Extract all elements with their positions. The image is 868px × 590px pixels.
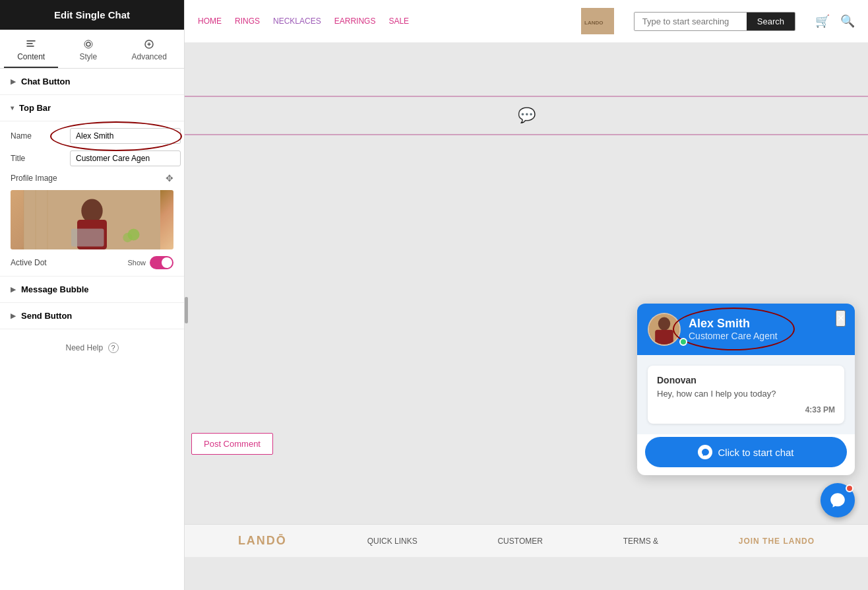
send-button-label: Send Button (21, 311, 72, 321)
nav-necklaces[interactable]: NECKLACES (273, 16, 321, 26)
chat-message-bubble: Donovan Hey, how can I help you today? 4… (648, 366, 844, 424)
footer-terms: TERMS & (623, 537, 658, 546)
profile-image-container[interactable] (11, 190, 173, 249)
svg-point-3 (81, 199, 102, 223)
logo-image: LANDO (581, 8, 614, 34)
title-input[interactable] (70, 150, 181, 166)
tab-advanced[interactable]: Advanced (118, 35, 179, 68)
site-footer: LANDŌ QUICK LINKS CUSTOMER TERMS & JOIN … (185, 524, 868, 557)
chat-widget: Alex Smith Customer Care Agent × Donovan… (637, 304, 855, 517)
message-sender: Donovan (657, 375, 835, 385)
content-icon (26, 39, 36, 49)
pink-border-area: 💬 (185, 96, 868, 135)
profile-image-row: Profile Image ✥ (11, 173, 173, 183)
panel-header: Edit Single Chat (0, 0, 184, 30)
top-bar-arrow: ▾ (11, 104, 14, 112)
chat-button-header[interactable]: ▶ Chat Button (0, 69, 184, 95)
chat-header: Alex Smith Customer Care Agent × (637, 304, 855, 355)
send-button-arrow: ▶ (11, 312, 16, 319)
center-chat-icon: 💬 (518, 107, 536, 124)
top-bar-content: Name Title Profile Image (0, 121, 184, 277)
style-icon (83, 39, 94, 49)
search-input[interactable] (635, 13, 747, 30)
footer-quick-links: QUICK LINKS (367, 537, 418, 546)
gray-content-area: 💬 Post Comment (185, 43, 868, 557)
post-comment-button[interactable]: Post Comment (191, 433, 273, 455)
active-dot-toggle[interactable] (150, 256, 173, 269)
nav-rings[interactable]: RINGS (235, 16, 260, 26)
name-field-label: Name (11, 131, 70, 141)
chat-button-label: Chat Button (21, 77, 70, 86)
message-text: Hey, how can I help you today? (657, 388, 835, 400)
site-icons: 🛒 🔍 (815, 14, 855, 28)
toggle-show-label: Show (127, 259, 146, 267)
resize-handle-left[interactable] (185, 297, 188, 323)
section-chat-button: ▶ Chat Button (0, 69, 184, 95)
footer-join: JOIN THE LANDO (739, 537, 815, 546)
footer-brand: LANDŌ (238, 534, 287, 548)
section-message-bubble: ▶ Message Bubble (0, 277, 184, 303)
name-field-row: Name (11, 128, 173, 144)
messenger-icon (698, 445, 712, 459)
chat-box: Alex Smith Customer Care Agent × Donovan… (637, 304, 855, 475)
nav-home[interactable]: HOME (198, 16, 222, 26)
nav-sale[interactable]: SALE (388, 16, 409, 26)
message-bubble-header[interactable]: ▶ Message Bubble (0, 277, 184, 303)
tab-style-label: Style (79, 52, 97, 61)
site-nav: HOME RINGS NECKLACES EARRINGS SALE (198, 16, 561, 26)
chat-agent-name: Alex Smith (689, 317, 844, 331)
active-dot-row: Active Dot Show (11, 256, 173, 269)
site-logo: LANDO (581, 8, 614, 34)
tab-advanced-label: Advanced (131, 52, 166, 61)
section-top-bar: ▾ Top Bar Name Title (0, 95, 184, 277)
chat-avatar-image (649, 314, 679, 344)
svg-rect-15 (655, 330, 673, 344)
active-dot-label: Active Dot (11, 258, 127, 267)
svg-text:LANDO: LANDO (584, 20, 603, 26)
svg-point-1 (84, 40, 92, 48)
profile-image-icon[interactable]: ✥ (166, 173, 173, 183)
cart-icon[interactable]: 🛒 (815, 14, 830, 28)
advanced-icon (144, 39, 154, 49)
profile-image-label: Profile Image (11, 174, 166, 183)
top-bar-header[interactable]: ▾ Top Bar (0, 95, 184, 121)
svg-point-0 (86, 42, 90, 46)
search-icon-nav[interactable]: 🔍 (840, 14, 855, 28)
tab-content[interactable]: Content (4, 35, 58, 68)
chat-avatar (648, 313, 681, 346)
start-chat-label: Click to start chat (718, 447, 793, 458)
chat-start-area: Click to start chat (637, 437, 855, 475)
message-bubble-arrow: ▶ (11, 286, 16, 293)
chat-button-arrow: ▶ (11, 78, 16, 85)
svg-rect-5 (71, 229, 104, 247)
chat-message-area: Donovan Hey, how can I help you today? 4… (637, 355, 855, 434)
person-image-svg (11, 190, 173, 249)
svg-point-14 (658, 317, 670, 330)
tab-style[interactable]: Style (66, 35, 110, 68)
search-button[interactable]: Search (747, 13, 795, 30)
title-field-label: Title (11, 154, 70, 163)
profile-image-placeholder (11, 190, 173, 249)
send-button-header[interactable]: ▶ Send Button (0, 303, 184, 329)
section-send-button: ▶ Send Button (0, 303, 184, 329)
help-icon: ? (108, 343, 119, 353)
top-bar-label: Top Bar (19, 103, 51, 113)
title-field-row: Title (11, 150, 173, 166)
chat-info: Alex Smith Customer Care Agent (689, 317, 844, 341)
chat-agent-title: Customer Care Agent (689, 331, 844, 341)
chat-close-button[interactable]: × (836, 310, 846, 327)
start-chat-button[interactable]: Click to start chat (645, 437, 847, 467)
tab-content-label: Content (17, 52, 45, 61)
nav-earrings[interactable]: EARRINGS (334, 16, 376, 26)
need-help[interactable]: Need Help ? (0, 329, 184, 366)
notification-dot (846, 484, 853, 492)
panel-title: Edit Single Chat (54, 9, 130, 20)
panel-tabs: Content Style Advanced (0, 30, 184, 69)
message-time: 4:33 PM (657, 405, 835, 414)
left-panel: Edit Single Chat Content Style Advanced (0, 0, 185, 590)
site-topbar: HOME RINGS NECKLACES EARRINGS SALE LANDO… (185, 0, 868, 43)
chat-float-button[interactable] (821, 483, 855, 517)
toggle-wrapper: Show (127, 256, 173, 269)
name-input[interactable] (70, 128, 181, 144)
active-dot-indicator (679, 338, 687, 346)
